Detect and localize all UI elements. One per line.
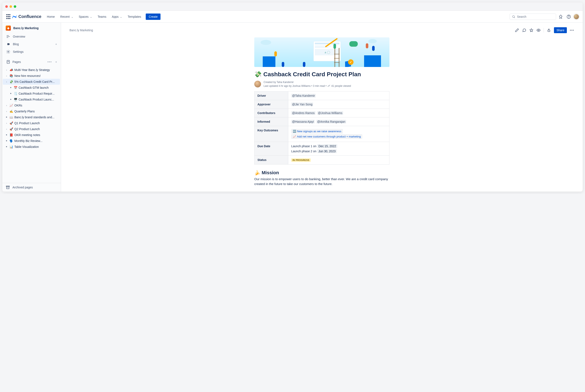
chevron-right-icon[interactable]: › [5, 122, 8, 124]
page-emoji: 🗣️ [10, 139, 13, 142]
due-date-chip[interactable]: Dec 15, 2022 [317, 144, 337, 148]
nav-recent[interactable]: Recent [58, 14, 75, 20]
page-label: New hire resources! [14, 74, 41, 78]
page-tree-item[interactable]: •🗒️Cashback Product Requir... [3, 90, 60, 96]
approver-label: Approver [254, 100, 288, 109]
informed-mention[interactable]: @Hassana Ajayi [291, 120, 315, 124]
author-avatar[interactable] [254, 81, 261, 88]
nav-spaces-label: Spaces [79, 15, 89, 18]
nav-spaces[interactable]: Spaces [77, 14, 94, 20]
nav-apps[interactable]: Apps [110, 14, 124, 20]
page-tree-item[interactable]: ›🚀Q2 Product Launch [3, 126, 60, 132]
search-input[interactable]: Search [510, 14, 556, 20]
chevron-right-icon[interactable]: › [5, 104, 8, 107]
status-badge[interactable]: IN PROGRESS [291, 158, 311, 162]
page-tree-item[interactable]: ›📚New hire resources! [3, 73, 60, 79]
app-switcher-icon[interactable] [6, 14, 11, 19]
share-button[interactable]: Share [554, 27, 567, 33]
search-icon [512, 15, 515, 18]
space-name[interactable]: Banc.ly Marketing [13, 26, 39, 30]
sidebar: ◆ Banc.ly Marketing Overview Blog + Sett… [2, 22, 61, 192]
page-tree-item[interactable]: ›🚀Q1 Product Launch [3, 120, 60, 126]
archived-pages[interactable]: Archived pages [2, 183, 61, 192]
due-date-chip[interactable]: Jun 30, 2023 [317, 149, 337, 153]
chevron-right-icon[interactable]: › [5, 74, 8, 77]
page-emoji: 💸 [10, 80, 13, 84]
page-tree-item[interactable]: •🗣️Monthly Biz Review... [3, 138, 60, 144]
chevron-right-icon[interactable]: › [5, 110, 8, 112]
nav-home[interactable]: Home [45, 14, 57, 20]
outcome-link[interactable]: 📈Add net new customers through product +… [291, 134, 362, 139]
nav-templates[interactable]: Templates [126, 14, 143, 20]
page-emoji: 🖥️ [14, 98, 17, 101]
page-tree-item[interactable]: •🖥️Cashback Product Launc... [3, 96, 60, 102]
bullet-icon: • [9, 98, 12, 100]
more-actions-icon[interactable]: ••• [570, 28, 574, 32]
driver-label: Driver [254, 92, 288, 100]
help-icon[interactable] [565, 13, 572, 20]
contributor-mention[interactable]: @Joshua Williams [317, 111, 343, 115]
restrictions-icon[interactable] [547, 28, 551, 32]
page-emoji: 📖 [10, 116, 13, 119]
edit-icon[interactable] [515, 28, 519, 32]
sidebar-overview[interactable]: Overview [4, 33, 59, 40]
add-page-icon[interactable]: + [55, 60, 57, 64]
page-label: Cashback GTM launch [18, 86, 48, 89]
add-blog-icon[interactable]: + [55, 42, 57, 46]
due-date-label: Due Date [254, 142, 288, 156]
page-tree: ›📣Multi-Year Banc.ly Strategy›📚New hire … [2, 67, 61, 183]
page-tree-item[interactable]: •📖Banc.ly brand standards and... [3, 114, 60, 120]
page-emoji: 📕 [10, 133, 13, 137]
svg-point-3 [569, 18, 569, 18]
mission-heading: 🍌 Mission [254, 170, 390, 176]
sidebar-blog[interactable]: Blog + [4, 40, 59, 48]
mac-min-dot[interactable] [10, 5, 12, 8]
approver-mention[interactable]: @Jie Yan Song [291, 102, 313, 106]
created-by-name[interactable]: Taha Kandemir [277, 81, 294, 84]
page-label: Q1 Product Launch [14, 122, 40, 125]
mac-close-dot[interactable] [5, 5, 8, 8]
pages-more-icon[interactable]: ••• [48, 60, 52, 64]
overview-icon [6, 34, 10, 39]
chevron-right-icon[interactable]: › [5, 80, 8, 83]
page-label: OKRs [14, 104, 22, 107]
sidebar-settings[interactable]: Settings [4, 48, 59, 56]
breadcrumb[interactable]: Banc.ly Marketing [70, 28, 93, 32]
driver-mention[interactable]: @Taha Kandemir [291, 94, 316, 98]
chevron-right-icon[interactable]: › [5, 69, 8, 71]
outcome-text: New signups as we raise awareness [297, 130, 341, 133]
confluence-logo[interactable]: Confluence [12, 14, 42, 19]
page-label: Q2 Product Launch [14, 127, 40, 131]
bullet-icon: • [5, 146, 8, 148]
page-tree-item[interactable]: •📕OKR meeting notes [3, 132, 60, 138]
page-tree-item[interactable]: •📅Cashback GTM launch [3, 85, 60, 90]
svg-point-14 [538, 30, 539, 31]
create-button[interactable]: Create [146, 14, 160, 20]
star-icon[interactable] [529, 28, 534, 32]
page-tree-item[interactable]: •📊Table Visualization [3, 144, 60, 150]
divider [544, 28, 544, 32]
chevron-right-icon[interactable]: › [5, 128, 8, 130]
byline-meta: Last updated 4 hr ago by Joshua Williams… [264, 84, 351, 88]
bullet-icon: • [5, 116, 8, 118]
outcome-link[interactable]: 🆕New signups as we raise awareness [291, 129, 343, 134]
page-emoji: 🗒️ [14, 92, 17, 95]
page-tree-item[interactable]: ›📣Multi-Year Banc.ly Strategy [3, 67, 60, 73]
svg-point-7 [8, 51, 9, 52]
watch-icon[interactable] [536, 28, 541, 32]
mac-max-dot[interactable] [14, 5, 16, 8]
contributor-mention[interactable]: @Andres Ramos [291, 111, 316, 115]
page-tree-item[interactable]: ›✍️Quarterly Plans [3, 108, 60, 114]
viewed-count[interactable]: 41 people viewed [331, 84, 351, 88]
space-logo[interactable]: ◆ [6, 26, 11, 30]
comment-icon[interactable] [522, 28, 526, 32]
page-tree-item[interactable]: ›💸5% Cashback Credit Card Pr... [3, 79, 60, 85]
outcomes-label: Key Outcomes [254, 126, 288, 142]
informed-mention[interactable]: @Annika Rangarajan [316, 120, 346, 124]
mission-body: Our mission is to empower users to do ba… [254, 177, 390, 186]
notifications-icon[interactable] [557, 13, 564, 20]
page-tree-item[interactable]: ›📈OKRs [3, 102, 60, 108]
user-avatar[interactable] [574, 14, 579, 20]
nav-teams[interactable]: Teams [96, 14, 108, 20]
sidebar-pages-header[interactable]: Pages ••• + [4, 58, 59, 66]
